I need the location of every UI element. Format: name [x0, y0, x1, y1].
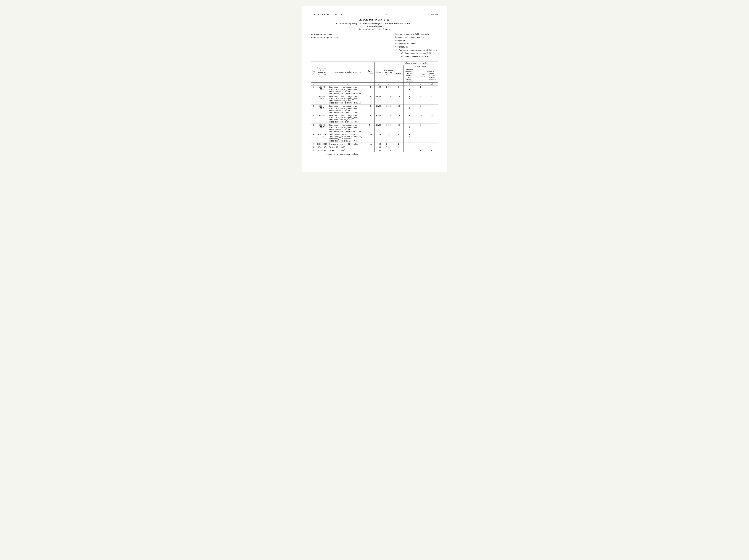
cost-2-line: 2. 1 м2 общей площади здания 0,08 –"-	[395, 52, 438, 55]
row-num: 8	[312, 146, 316, 149]
row-ed: шт	[367, 142, 374, 146]
row-exp: —I –	[426, 114, 438, 124]
col-header-vsego: Всего	[394, 65, 403, 82]
row-basic: –	[415, 146, 426, 149]
row-num: 7	[312, 142, 316, 146]
document-title: ЛОКАЛЬНАЯ СМЕТА 1-11	[311, 19, 438, 21]
row-basic: I	[415, 86, 426, 95]
row-preis: ЕI6-46 Т7-4	[316, 86, 328, 95]
main-table: №п/п № прейск.УСНрасценок(ценника)и пр. …	[311, 62, 438, 157]
col-header-preis: № прейск.УСНрасценок(ценника)и пр.	[316, 62, 328, 82]
row-norm: —3	[403, 124, 415, 133]
row-preis: ЕI6-4I Т7-3	[316, 124, 328, 133]
row-cost: I,58	[383, 105, 394, 114]
row-norm: —5	[403, 133, 415, 142]
row-preis: СI30-87	[316, 146, 328, 149]
row-basic: –	[415, 142, 426, 146]
page-number: – 103 –	[382, 14, 390, 16]
table-row: 8СI30-87То же, 25 I5ч3бр"5,00I,829––	[312, 146, 438, 149]
col-header-kol: Колич.	[374, 62, 383, 82]
table-row: 6ЕI6-2I9 Т22Гидравлическое испытание тру…	[312, 133, 438, 142]
project-code: Т.П. 703-1-5.86	[311, 14, 329, 16]
section-row: Раздел I. Строительные работы	[312, 152, 438, 157]
row-total: 9	[394, 86, 403, 95]
row-ed: М	[367, 95, 374, 105]
row-norm: —2I	[403, 114, 415, 124]
row-cost: 3,94	[383, 133, 394, 142]
row-ed: М	[367, 86, 374, 95]
row-name: Прокладка трубопроводов из стальных воло…	[328, 86, 367, 95]
table-row: 9СI30-85То же, I5 I5ч3бр"2,00I,253––	[312, 149, 438, 152]
row-total: I8	[394, 95, 403, 105]
row-total: I8	[394, 124, 403, 133]
row-cost: I,20	[383, 124, 394, 133]
top-left-info: Т.П. 703-1-5.86 Ал.7 ч.2	[311, 14, 344, 16]
table-row: 7СI30-2032Стоимость вентиля 32 I5ч3брштI…	[312, 142, 438, 146]
col-num-6: 6	[383, 82, 394, 86]
row-norm: —3	[403, 105, 415, 114]
row-preis: ЕI6-43	[316, 114, 328, 124]
row-total: II6	[394, 114, 403, 124]
row-total: I9	[394, 105, 403, 114]
row-total: 9	[394, 146, 403, 149]
prod-line: продукция	[395, 39, 438, 42]
info-right: Сметная стоимость 0,29 тыс.руб. Норматив…	[395, 33, 438, 59]
col-num-4: 4	[367, 82, 374, 86]
col-header-norm: Нормат.условно-чистаяпродук-цияпрямыезат…	[403, 68, 415, 82]
row-ed: М .	[367, 124, 374, 133]
row-num: 6	[312, 133, 316, 142]
row-name: Прокладка трубопроводов из стальных воло…	[328, 114, 367, 124]
cost-line: Сметная стоимость 0,29 тыс.руб.	[395, 33, 438, 36]
row-cost: 2,44	[383, 142, 394, 146]
col-num-7: 7	[394, 82, 403, 86]
title-section: ЛОКАЛЬНАЯ СМЕТА 1-11 К типовому проекту …	[311, 19, 438, 30]
row-exp: –	[426, 149, 438, 152]
year-line: Составлена в ценах 1984 г	[311, 36, 341, 40]
info-left: Основание: ВКСОI-4 Составлена в ценах 19…	[311, 33, 341, 59]
row-preis: СI30-2032	[316, 142, 328, 146]
row-num: 2	[312, 95, 316, 105]
table-row: 5ЕI6-4I Т7-3Прокладка трубопроводов из с…	[312, 124, 438, 133]
row-basic: 3	[415, 124, 426, 133]
col-header-ed: Един.изм.	[367, 62, 374, 82]
row-kol: 4,00	[374, 86, 383, 95]
col-header-basic: основнаязарплата	[415, 68, 426, 82]
row-basic: 3	[415, 105, 426, 114]
subtitle-2: в контейнерах	[311, 25, 438, 28]
row-cost: I,82	[383, 146, 394, 149]
col-num-5: 5	[374, 82, 383, 86]
row-num: 4	[312, 114, 316, 124]
row-cost: I,79	[383, 95, 394, 105]
info-section: Основание: ВКСОI-4 Составлена в ценах 19…	[311, 33, 438, 59]
row-preis: ЕI6-45 Т7-3	[316, 95, 328, 105]
row-exp: –	[426, 86, 438, 95]
document-page: Т.П. 703-1-5.86 Ал.7 ч.2 – 103 – 21546-0…	[302, 6, 447, 172]
col-num-2: 2	[316, 82, 328, 86]
doc-number: 21546-08	[428, 14, 438, 16]
row-exp: –	[426, 95, 438, 105]
row-preis: СI30-85	[316, 149, 328, 152]
row-ed: М	[367, 114, 374, 124]
row-total: 2	[394, 142, 403, 146]
table-row: 4ЕI6-43Прокладка трубопроводов из стальн…	[312, 114, 438, 124]
col-num-9: 9	[415, 82, 426, 86]
row-ed: "	[367, 149, 374, 152]
row-cost: 2,2I	[383, 86, 394, 95]
header-row-1: №п/п № прейск.УСНрасценок(ценника)и пр. …	[312, 62, 438, 65]
row-kol: I,26	[374, 133, 383, 142]
cost-for-line: Стоимость на:	[395, 46, 438, 49]
row-name: То же, 25 I5ч3бр	[328, 146, 367, 149]
col-header-num: №п/п	[312, 62, 316, 82]
album-ref: Ал.7 ч.2	[335, 14, 344, 16]
top-header: Т.П. 703-1-5.86 Ал.7 ч.2 – 103 – 21546-0…	[311, 14, 438, 16]
row-basic: –	[415, 149, 426, 152]
header-row-numbers: I 2 3 4 5 6 7 8 9 IO	[312, 82, 438, 86]
row-total: 5	[394, 133, 403, 142]
row-name: Прокладка трубопроводов из стальных воло…	[328, 105, 367, 114]
row-name: Прокладка трубопроводов из стальных воло…	[328, 95, 367, 105]
table-row: 2ЕI6-45 Т7-3Прокладка трубопроводов из с…	[312, 95, 438, 105]
row-num: 1	[312, 86, 316, 95]
row-num: 5	[312, 124, 316, 133]
row-name: Гидравлическое испытание трубопроводов с…	[328, 133, 367, 142]
row-kol: 85,00	[374, 114, 383, 124]
